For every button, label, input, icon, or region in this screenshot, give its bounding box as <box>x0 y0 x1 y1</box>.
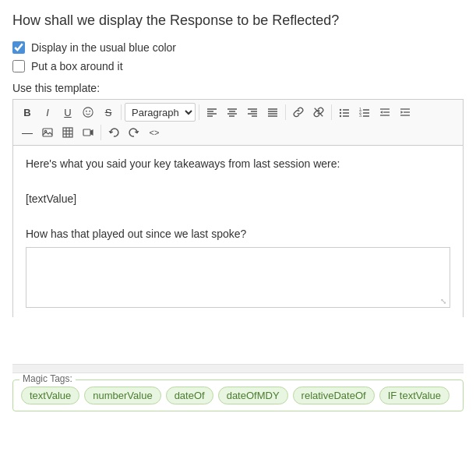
svg-point-20 <box>340 109 341 111</box>
indent-button[interactable] <box>396 103 414 122</box>
editor-container: B I U S Paragraph <box>12 99 464 317</box>
bold-button[interactable]: B <box>18 103 37 122</box>
toolbar-sep3 <box>285 104 286 120</box>
svg-point-0 <box>83 108 93 117</box>
undo-icon <box>108 127 119 138</box>
toolbar-sep4 <box>331 104 332 120</box>
align-right-icon <box>247 107 258 118</box>
toolbar-sep2 <box>199 104 199 120</box>
image-button[interactable] <box>38 123 57 142</box>
video-icon <box>83 127 93 138</box>
svg-point-2 <box>89 111 90 112</box>
put-box-label: Put a box around it <box>31 60 123 72</box>
undo-button[interactable] <box>104 123 123 142</box>
page-container: How shall we display the Response to be … <box>0 0 476 424</box>
unlink-button[interactable] <box>309 103 328 122</box>
svg-text:3.: 3. <box>359 113 362 118</box>
link-icon <box>293 107 304 118</box>
redo-icon <box>129 127 139 138</box>
svg-point-1 <box>86 111 87 112</box>
align-left-icon <box>206 107 217 118</box>
align-justify-button[interactable] <box>263 103 282 122</box>
display-blue-checkbox[interactable] <box>12 41 25 54</box>
template-label: Use this template: <box>12 82 464 94</box>
editor-content-area[interactable]: Here's what you said your key takeaways … <box>12 145 464 317</box>
italic-button[interactable]: I <box>38 103 57 122</box>
option-box-row: Put a box around it <box>12 60 464 72</box>
emoji-button[interactable] <box>79 103 97 122</box>
align-justify-icon <box>267 107 278 118</box>
unlink-icon <box>313 107 324 118</box>
svg-rect-40 <box>63 128 72 137</box>
unordered-list-button[interactable] <box>335 103 354 122</box>
response-textarea[interactable] <box>26 248 450 302</box>
outdent-button[interactable] <box>376 103 394 122</box>
paragraph-select[interactable]: Paragraph Heading 1 Heading 2 Heading 3 <box>125 103 196 122</box>
source-button[interactable]: <> <box>145 123 164 142</box>
content-line1: Here's what you said your key takeaways … <box>26 155 450 172</box>
video-button[interactable] <box>79 123 97 142</box>
align-right-button[interactable] <box>243 103 262 122</box>
page-title: How shall we display the Response to be … <box>12 12 464 29</box>
ordered-list-icon: 1.2.3. <box>359 107 370 118</box>
option-blue-row: Display in the usual blue color <box>12 41 464 54</box>
indent-icon <box>400 107 411 118</box>
magic-tag-relativedateof[interactable]: relativeDateOf <box>293 387 375 404</box>
toolbar-sep1 <box>121 104 122 120</box>
ordered-list-button[interactable]: 1.2.3. <box>355 103 374 122</box>
put-box-checkbox[interactable] <box>12 60 25 72</box>
link-button[interactable] <box>289 103 308 122</box>
magic-tag-numbervalue[interactable]: numberValue <box>84 387 160 404</box>
spacer <box>12 317 464 348</box>
scrollbar-area[interactable] <box>12 364 464 373</box>
hr-button[interactable]: — <box>18 123 37 142</box>
content-line2: [textValue] <box>26 190 450 207</box>
svg-rect-38 <box>43 129 52 136</box>
outdent-icon <box>379 107 390 118</box>
magic-tag-textvalue[interactable]: textValue <box>21 387 79 404</box>
align-left-button[interactable] <box>203 103 221 122</box>
toolbar-sep5 <box>100 125 101 140</box>
table-button[interactable] <box>58 123 77 142</box>
unordered-list-icon <box>339 107 350 118</box>
magic-tags-section: Magic Tags: textValue numberValue dateOf… <box>12 380 464 411</box>
svg-point-24 <box>340 115 341 117</box>
magic-tags-list: textValue numberValue dateOf dateOfMDY r… <box>21 387 455 404</box>
toolbar-row1: B I U S Paragraph <box>12 99 464 145</box>
toolbar-buttons-row1: B I U S Paragraph <box>18 103 458 122</box>
content-line3: How has that played out since we last sp… <box>26 225 450 242</box>
emoji-icon <box>83 107 93 118</box>
table-icon <box>62 127 73 138</box>
svg-point-22 <box>340 112 341 114</box>
image-icon <box>42 127 53 138</box>
redo-button[interactable] <box>125 123 143 142</box>
template-section: Use this template: B I U <box>12 82 464 411</box>
underline-button[interactable]: U <box>58 103 77 122</box>
align-center-icon <box>227 107 238 118</box>
response-textarea-wrapper: ⤡ <box>26 247 450 308</box>
magic-tag-dateof[interactable]: dateOf <box>166 387 213 404</box>
strikethrough-button[interactable]: S <box>99 103 118 122</box>
magic-tag-dateofmdy[interactable]: dateOfMDY <box>218 387 288 404</box>
svg-rect-45 <box>83 129 90 136</box>
toolbar-buttons-row2: — <> <box>18 123 458 142</box>
magic-tags-label: Magic Tags: <box>19 373 76 384</box>
magic-tag-if-textvalue[interactable]: IF textValue <box>379 387 450 404</box>
align-center-button[interactable] <box>223 103 242 122</box>
resize-handle-icon: ⤡ <box>440 298 448 305</box>
display-blue-label: Display in the usual blue color <box>31 41 176 54</box>
